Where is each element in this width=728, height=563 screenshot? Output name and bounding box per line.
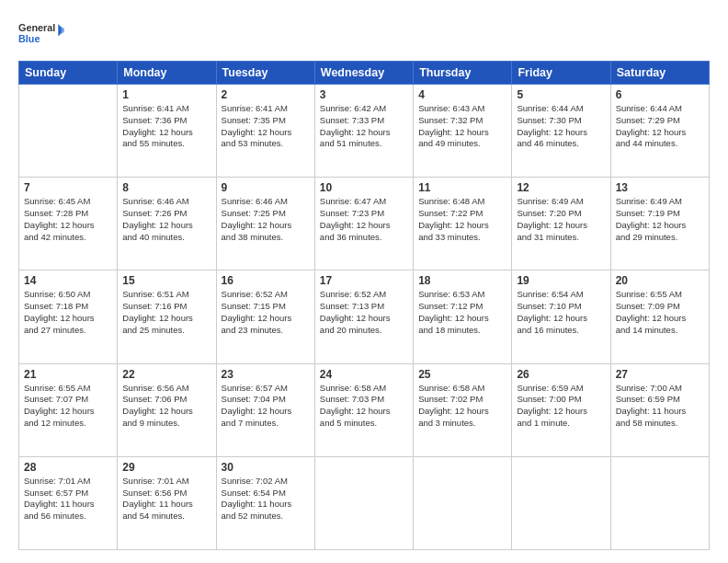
day-number: 2	[222, 88, 310, 101]
day-number: 27	[616, 368, 704, 381]
day-number: 18	[418, 274, 506, 287]
calendar-cell: 9Sunrise: 6:46 AMSunset: 7:25 PMDaylight…	[216, 178, 314, 270]
cell-info: Sunrise: 6:44 AMSunset: 7:30 PMDaylight:…	[517, 103, 605, 150]
day-header-saturday: Saturday	[610, 62, 709, 85]
cell-info: Sunrise: 6:48 AMSunset: 7:22 PMDaylight:…	[418, 196, 506, 243]
day-number: 26	[517, 368, 605, 381]
svg-marker-3	[62, 27, 64, 34]
calendar-week-2: 7Sunrise: 6:45 AMSunset: 7:28 PMDaylight…	[19, 178, 710, 270]
calendar-week-5: 28Sunrise: 7:01 AMSunset: 6:57 PMDayligh…	[19, 456, 710, 549]
calendar-cell: 22Sunrise: 6:56 AMSunset: 7:06 PMDayligh…	[118, 363, 216, 456]
cell-info: Sunrise: 6:52 AMSunset: 7:15 PMDaylight:…	[222, 289, 310, 336]
svg-text:Blue: Blue	[18, 33, 40, 44]
day-number: 25	[418, 368, 506, 381]
cell-info: Sunrise: 6:55 AMSunset: 7:09 PMDaylight:…	[616, 289, 704, 336]
calendar-cell: 5Sunrise: 6:44 AMSunset: 7:30 PMDaylight…	[512, 85, 610, 178]
calendar-cell	[314, 456, 413, 549]
day-number: 29	[122, 461, 210, 474]
calendar-cell: 17Sunrise: 6:52 AMSunset: 7:13 PMDayligh…	[314, 270, 413, 363]
calendar-cell: 18Sunrise: 6:53 AMSunset: 7:12 PMDayligh…	[414, 270, 512, 363]
calendar-table: SundayMondayTuesdayWednesdayThursdayFrid…	[18, 61, 710, 550]
cell-info: Sunrise: 6:47 AMSunset: 7:23 PMDaylight:…	[320, 196, 408, 243]
day-header-wednesday: Wednesday	[314, 62, 413, 85]
calendar-cell: 13Sunrise: 6:49 AMSunset: 7:19 PMDayligh…	[610, 178, 709, 270]
day-number: 6	[616, 88, 704, 101]
cell-info: Sunrise: 6:50 AMSunset: 7:18 PMDaylight:…	[24, 289, 112, 336]
cell-info: Sunrise: 6:54 AMSunset: 7:10 PMDaylight:…	[517, 289, 605, 336]
cell-info: Sunrise: 7:00 AMSunset: 6:59 PMDaylight:…	[616, 383, 704, 430]
cell-info: Sunrise: 6:49 AMSunset: 7:20 PMDaylight:…	[517, 196, 605, 243]
calendar-cell: 15Sunrise: 6:51 AMSunset: 7:16 PMDayligh…	[118, 270, 216, 363]
calendar-cell: 10Sunrise: 6:47 AMSunset: 7:23 PMDayligh…	[314, 178, 413, 270]
day-number: 13	[616, 181, 704, 194]
calendar-cell	[414, 456, 512, 549]
day-number: 17	[320, 274, 408, 287]
cell-info: Sunrise: 6:52 AMSunset: 7:13 PMDaylight:…	[320, 289, 408, 336]
logo-icon: General Blue	[18, 17, 64, 52]
day-number: 11	[418, 181, 506, 194]
calendar-cell	[19, 85, 118, 178]
cell-info: Sunrise: 6:58 AMSunset: 7:03 PMDaylight:…	[320, 383, 408, 430]
calendar-cell: 8Sunrise: 6:46 AMSunset: 7:26 PMDaylight…	[118, 178, 216, 270]
calendar-cell: 26Sunrise: 6:59 AMSunset: 7:00 PMDayligh…	[512, 363, 610, 456]
header: General Blue	[18, 17, 710, 52]
calendar-week-3: 14Sunrise: 6:50 AMSunset: 7:18 PMDayligh…	[19, 270, 710, 363]
day-number: 4	[418, 88, 506, 101]
day-header-thursday: Thursday	[414, 62, 512, 85]
day-header-monday: Monday	[118, 62, 216, 85]
cell-info: Sunrise: 6:41 AMSunset: 7:35 PMDaylight:…	[222, 103, 310, 150]
calendar-cell: 23Sunrise: 6:57 AMSunset: 7:04 PMDayligh…	[216, 363, 314, 456]
calendar-header-row: SundayMondayTuesdayWednesdayThursdayFrid…	[19, 62, 710, 85]
calendar-cell	[512, 456, 610, 549]
cell-info: Sunrise: 6:53 AMSunset: 7:12 PMDaylight:…	[418, 289, 506, 336]
cell-info: Sunrise: 6:51 AMSunset: 7:16 PMDaylight:…	[122, 289, 210, 336]
cell-info: Sunrise: 6:43 AMSunset: 7:32 PMDaylight:…	[418, 103, 506, 150]
day-number: 7	[24, 181, 112, 194]
cell-info: Sunrise: 6:41 AMSunset: 7:36 PMDaylight:…	[122, 103, 210, 150]
day-number: 8	[122, 181, 210, 194]
day-header-tuesday: Tuesday	[216, 62, 314, 85]
day-number: 30	[222, 461, 310, 474]
day-number: 16	[222, 274, 310, 287]
cell-info: Sunrise: 6:42 AMSunset: 7:33 PMDaylight:…	[320, 103, 408, 150]
cell-info: Sunrise: 6:55 AMSunset: 7:07 PMDaylight:…	[24, 383, 112, 430]
day-number: 12	[517, 181, 605, 194]
calendar-cell: 1Sunrise: 6:41 AMSunset: 7:36 PMDaylight…	[118, 85, 216, 178]
calendar-cell: 29Sunrise: 7:01 AMSunset: 6:56 PMDayligh…	[118, 456, 216, 549]
day-number: 19	[517, 274, 605, 287]
day-header-sunday: Sunday	[19, 62, 118, 85]
day-number: 14	[24, 274, 112, 287]
day-number: 5	[517, 88, 605, 101]
calendar-cell: 12Sunrise: 6:49 AMSunset: 7:20 PMDayligh…	[512, 178, 610, 270]
svg-text:General: General	[18, 23, 55, 34]
calendar-cell: 7Sunrise: 6:45 AMSunset: 7:28 PMDaylight…	[19, 178, 118, 270]
calendar-cell: 16Sunrise: 6:52 AMSunset: 7:15 PMDayligh…	[216, 270, 314, 363]
day-number: 3	[320, 88, 408, 101]
day-number: 20	[616, 274, 704, 287]
day-header-friday: Friday	[512, 62, 610, 85]
cell-info: Sunrise: 6:49 AMSunset: 7:19 PMDaylight:…	[616, 196, 704, 243]
cell-info: Sunrise: 7:01 AMSunset: 6:57 PMDaylight:…	[24, 476, 112, 523]
cell-info: Sunrise: 7:02 AMSunset: 6:54 PMDaylight:…	[222, 476, 310, 523]
calendar-cell: 27Sunrise: 7:00 AMSunset: 6:59 PMDayligh…	[610, 363, 709, 456]
calendar-cell: 30Sunrise: 7:02 AMSunset: 6:54 PMDayligh…	[216, 456, 314, 549]
day-number: 28	[24, 461, 112, 474]
calendar-week-4: 21Sunrise: 6:55 AMSunset: 7:07 PMDayligh…	[19, 363, 710, 456]
cell-info: Sunrise: 6:57 AMSunset: 7:04 PMDaylight:…	[222, 383, 310, 430]
day-number: 15	[122, 274, 210, 287]
cell-info: Sunrise: 6:59 AMSunset: 7:00 PMDaylight:…	[517, 383, 605, 430]
calendar-cell: 28Sunrise: 7:01 AMSunset: 6:57 PMDayligh…	[19, 456, 118, 549]
day-number: 21	[24, 368, 112, 381]
calendar-cell: 3Sunrise: 6:42 AMSunset: 7:33 PMDaylight…	[314, 85, 413, 178]
cell-info: Sunrise: 7:01 AMSunset: 6:56 PMDaylight:…	[122, 476, 210, 523]
day-number: 10	[320, 181, 408, 194]
calendar-cell	[610, 456, 709, 549]
calendar-cell: 4Sunrise: 6:43 AMSunset: 7:32 PMDaylight…	[414, 85, 512, 178]
day-number: 23	[222, 368, 310, 381]
day-number: 22	[122, 368, 210, 381]
calendar-cell: 24Sunrise: 6:58 AMSunset: 7:03 PMDayligh…	[314, 363, 413, 456]
cell-info: Sunrise: 6:45 AMSunset: 7:28 PMDaylight:…	[24, 196, 112, 243]
calendar-cell: 11Sunrise: 6:48 AMSunset: 7:22 PMDayligh…	[414, 178, 512, 270]
calendar-cell: 21Sunrise: 6:55 AMSunset: 7:07 PMDayligh…	[19, 363, 118, 456]
calendar-cell: 6Sunrise: 6:44 AMSunset: 7:29 PMDaylight…	[610, 85, 709, 178]
